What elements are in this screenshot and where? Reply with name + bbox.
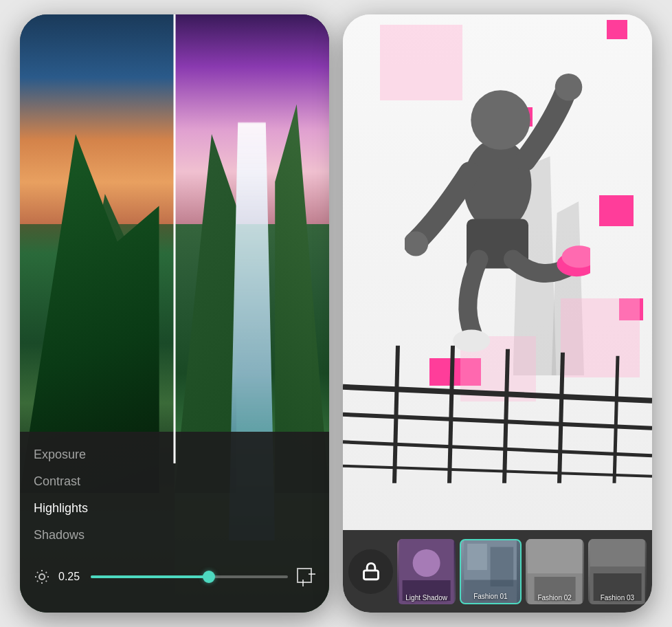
- svg-line-25: [449, 345, 453, 483]
- slider-value: 0.25: [58, 571, 82, 583]
- svg-rect-41: [590, 539, 645, 566]
- filter-fashion01[interactable]: Fashion 01: [460, 539, 521, 604]
- filter-fashion02[interactable]: Fashion 02: [526, 539, 584, 604]
- menu-item-highlights[interactable]: Highlights: [34, 496, 315, 521]
- pink-square-3: [599, 195, 634, 226]
- crop-icon[interactable]: [296, 567, 315, 586]
- left-phone: Exposure Contrast Highlights Shadows: [20, 14, 329, 613]
- right-phone: Light Shadow Fashion 01 Fas: [343, 14, 652, 613]
- filter-fashion03[interactable]: Fashion 03: [588, 539, 647, 604]
- svg-point-14: [555, 74, 583, 101]
- photo-compare: Exposure Contrast Highlights Shadows: [20, 14, 329, 613]
- svg-line-5: [37, 572, 38, 573]
- svg-line-24: [394, 345, 398, 483]
- svg-line-28: [614, 355, 618, 483]
- menu-item-contrast[interactable]: Contrast: [34, 469, 315, 494]
- filter-label-light-shadow: Light Shadow: [397, 594, 456, 602]
- svg-line-7: [37, 581, 38, 582]
- svg-line-26: [504, 349, 508, 483]
- compare-divider[interactable]: [174, 14, 176, 463]
- pink-square-2: [607, 20, 627, 39]
- filter-bar: Light Shadow Fashion 01 Fas: [343, 530, 652, 613]
- railing-structure: [343, 298, 652, 531]
- brightness-icon: [34, 569, 50, 585]
- svg-line-27: [559, 352, 563, 483]
- filter-label-fashion02: Fashion 02: [526, 594, 584, 602]
- svg-rect-38: [527, 539, 582, 573]
- svg-line-23: [343, 465, 652, 476]
- svg-line-8: [46, 572, 47, 573]
- filter-label-fashion01: Fashion 01: [461, 593, 519, 600]
- fashion-photo-area: [343, 14, 652, 530]
- svg-rect-29: [363, 571, 378, 580]
- slider-row: 0.25: [34, 562, 315, 592]
- svg-rect-34: [467, 543, 487, 569]
- fashion-content: Light Shadow Fashion 01 Fas: [343, 14, 652, 613]
- svg-point-0: [39, 574, 45, 580]
- svg-point-13: [471, 90, 530, 149]
- filter-light-shadow[interactable]: Light Shadow: [397, 539, 456, 604]
- slider-thumb[interactable]: [203, 571, 215, 583]
- filter-lock-button[interactable]: [348, 549, 393, 594]
- svg-line-22: [343, 441, 652, 455]
- slider-track[interactable]: [91, 575, 288, 578]
- svg-line-6: [46, 581, 47, 582]
- svg-point-31: [413, 549, 440, 577]
- svg-line-20: [343, 386, 652, 400]
- railing-svg: [343, 298, 652, 531]
- svg-line-21: [343, 414, 652, 428]
- lock-icon: [361, 562, 381, 581]
- slider-fill: [91, 575, 209, 578]
- filter-label-fashion03: Fashion 03: [588, 594, 647, 602]
- menu-item-shadows[interactable]: Shadows: [34, 522, 315, 548]
- svg-rect-9: [298, 569, 311, 582]
